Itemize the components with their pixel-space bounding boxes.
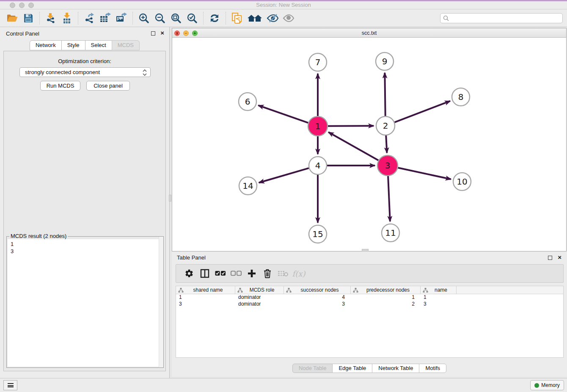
graph-node-label-2: 2 xyxy=(383,121,388,131)
hide-selected-icon[interactable] xyxy=(265,11,280,25)
float-table-panel-icon[interactable] xyxy=(548,256,552,260)
splitter-handle-horizontal[interactable] xyxy=(362,249,369,251)
menu-list-icon xyxy=(8,383,14,387)
tab-network[interactable]: Network xyxy=(30,40,62,50)
tab-motifs[interactable]: Motifs xyxy=(419,364,446,373)
toolbar-separator xyxy=(132,12,133,25)
splitter-handle-vertical[interactable] xyxy=(169,195,171,202)
column-header-successor-nodes[interactable]: successor nodes xyxy=(284,286,351,294)
title-bar: Session: New Session xyxy=(0,0,567,9)
table-body: 1dominator4113dominator323 xyxy=(176,294,563,308)
graph-edge-2-3[interactable] xyxy=(386,135,387,153)
graph-edge-2-9[interactable] xyxy=(385,73,385,116)
column-header-shared-name[interactable]: shared name xyxy=(176,286,235,294)
titlebar-accent xyxy=(0,0,567,1)
graph-edge-3-10[interactable] xyxy=(398,168,451,179)
open-session-icon[interactable] xyxy=(5,11,19,25)
zoom-selected-icon[interactable] xyxy=(185,11,199,25)
table-cell[interactable]: 4 xyxy=(284,294,351,301)
graph-node-label-7: 7 xyxy=(315,57,321,67)
clone-network-icon[interactable] xyxy=(230,11,244,25)
tab-network-table[interactable]: Network Table xyxy=(372,364,419,373)
control-panel: Control Panel × NetworkStyleSelectMCDS O… xyxy=(0,27,170,378)
result-scrollbar[interactable] xyxy=(159,237,163,367)
criterion-value: strongly connected component xyxy=(25,69,100,75)
network-window-titlebar[interactable]: x − + scc.txt xyxy=(172,28,566,38)
table-cell[interactable]: 1 xyxy=(176,294,235,301)
table-cell[interactable]: dominator xyxy=(235,301,284,308)
add-icon[interactable] xyxy=(245,267,258,280)
tab-edge-table[interactable]: Edge Table xyxy=(332,364,372,373)
table-cell[interactable]: 3 xyxy=(284,301,351,308)
deselect-all-icon[interactable] xyxy=(230,267,242,280)
table-row[interactable]: 3dominator323 xyxy=(176,301,563,308)
import-table-icon[interactable] xyxy=(60,11,74,25)
export-network-icon[interactable] xyxy=(82,11,96,25)
select-all-icon[interactable] xyxy=(214,267,227,280)
close-panel-icon[interactable]: × xyxy=(160,29,164,36)
graph-node-label-9: 9 xyxy=(382,56,388,66)
columns-icon[interactable] xyxy=(198,267,211,280)
optimization-criterion-label: Optimization criterion: xyxy=(4,58,165,64)
table-cell[interactable]: 2 xyxy=(351,301,421,308)
toolbar-separator xyxy=(78,12,78,25)
graph-node-label-4: 4 xyxy=(315,160,321,171)
graph-edge-3-11[interactable] xyxy=(388,176,390,221)
fx-label: f(x) xyxy=(292,269,306,278)
float-panel-icon[interactable] xyxy=(151,31,155,36)
graph-edge-2-8[interactable] xyxy=(394,101,450,122)
application-window: Session: New Session xyxy=(0,0,567,392)
mcds-result-textarea[interactable]: 13 xyxy=(8,239,162,367)
graph-edge-1-6[interactable] xyxy=(258,105,308,123)
graph-edge-3-1[interactable] xyxy=(328,132,378,160)
tab-style[interactable]: Style xyxy=(61,40,85,50)
memory-status-icon xyxy=(534,383,539,388)
mcds-result-line: 3 xyxy=(11,248,162,255)
graph-node-label-1: 1 xyxy=(315,121,321,131)
control-panel-title: Control Panel xyxy=(6,30,39,37)
memory-label: Memory xyxy=(541,382,559,388)
export-table-icon[interactable] xyxy=(98,11,113,25)
run-mcds-button[interactable]: Run MCDS xyxy=(40,81,80,91)
delete-icon[interactable] xyxy=(261,267,274,280)
column-header-name[interactable]: name xyxy=(421,286,457,294)
show-panel-menu-button[interactable] xyxy=(3,380,17,390)
graph-edge-1-2[interactable] xyxy=(328,126,374,126)
search-input[interactable] xyxy=(440,13,563,23)
function-builder-icon[interactable]: f(x) xyxy=(292,267,305,280)
network-canvas[interactable]: 7968124314101511 xyxy=(172,38,566,251)
export-image-icon[interactable] xyxy=(114,11,129,25)
graph-edge-4-14[interactable] xyxy=(259,168,309,182)
column-header-predecessor-nodes[interactable]: predecessor nodes xyxy=(351,286,421,294)
zoom-out-icon[interactable] xyxy=(153,11,167,25)
table-cell[interactable]: 1 xyxy=(351,294,421,301)
search-icon xyxy=(443,15,449,23)
table-cell[interactable]: dominator xyxy=(235,294,284,301)
control-panel-tabs: NetworkStyleSelectMCDS xyxy=(0,40,169,50)
tab-mcds[interactable]: MCDS xyxy=(112,40,140,50)
graph-node-label-14: 14 xyxy=(242,181,253,191)
tab-select[interactable]: Select xyxy=(85,40,112,50)
table-tabs: Node TableEdge TableNetwork TableMotifs xyxy=(172,364,567,373)
zoom-in-icon[interactable] xyxy=(137,11,151,25)
tab-node-table[interactable]: Node Table xyxy=(292,364,333,373)
table-cell[interactable]: 1 xyxy=(421,294,457,301)
delete-table-icon[interactable] xyxy=(277,267,289,280)
criterion-select[interactable]: strongly connected component xyxy=(19,67,151,77)
table-cell[interactable]: 3 xyxy=(176,301,235,308)
table-row[interactable]: 1dominator411 xyxy=(176,294,563,301)
memory-button[interactable]: Memory xyxy=(530,380,564,390)
import-network-icon[interactable] xyxy=(44,11,58,25)
close-panel-button[interactable]: Close panel xyxy=(86,81,130,91)
table-cell[interactable]: 3 xyxy=(421,301,457,308)
apply-layout-icon[interactable] xyxy=(207,11,222,25)
show-hidden-icon[interactable] xyxy=(281,11,296,25)
window-title: Session: New Session xyxy=(0,2,567,8)
column-header-MCDS-role[interactable]: MCDS role xyxy=(235,286,284,294)
save-session-icon[interactable] xyxy=(21,11,36,25)
gear-icon[interactable] xyxy=(183,267,195,280)
show-all-networks-icon[interactable] xyxy=(246,11,264,25)
close-table-panel-icon[interactable]: × xyxy=(558,254,561,261)
zoom-fit-icon[interactable] xyxy=(169,11,183,25)
graph-node-label-15: 15 xyxy=(312,229,323,239)
